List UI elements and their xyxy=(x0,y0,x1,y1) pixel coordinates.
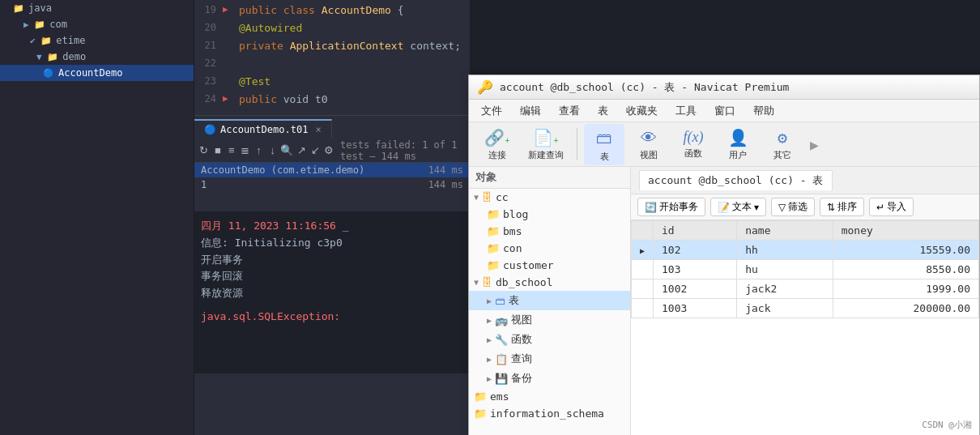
run-name: 1 xyxy=(201,179,207,190)
toolbar-view[interactable]: 👁 视图 xyxy=(628,126,669,164)
cell-money[interactable]: 8550.00 xyxy=(833,260,978,279)
table-row[interactable]: 1002 jack2 1999.00 xyxy=(632,279,979,299)
text-label: 文本 xyxy=(732,200,752,214)
sidebar-item-java[interactable]: 📁 java xyxy=(0,0,194,16)
code-line-21: 21 private ApplicationContext context; xyxy=(194,40,470,58)
tree-item-info-schema[interactable]: 📁 information_schema xyxy=(469,405,630,422)
cell-name[interactable]: jack2 xyxy=(737,279,833,299)
test-status: tests failed: 1 of 1 test – 144 ms xyxy=(340,139,466,162)
col-header-name[interactable]: name xyxy=(737,221,833,241)
table-row[interactable]: 1003 jack 200000.00 xyxy=(632,299,979,318)
menu-window[interactable]: 窗口 xyxy=(706,101,744,121)
cell-id[interactable]: 1003 xyxy=(654,299,737,318)
view-icon: 🚌 xyxy=(495,314,508,326)
data-panel-tab[interactable]: account @db_school (cc) - 表 xyxy=(639,170,833,190)
cell-id[interactable]: 102 xyxy=(654,241,737,260)
log-action-1: 开启事务 xyxy=(201,252,463,269)
menu-table[interactable]: 表 xyxy=(590,101,616,121)
test-toolbar: ↻ ■ ≡ ≣ ↑ ↓ 🔍 ↗ ↙ ⚙ tests failed: 1 of 1… xyxy=(194,139,470,163)
menu-help[interactable]: 帮助 xyxy=(745,101,782,121)
tree-item-query[interactable]: ▶ 📋 查询 xyxy=(469,349,630,369)
db-icon: 📁 xyxy=(474,407,487,420)
cell-name[interactable]: hh xyxy=(737,241,833,260)
menu-view[interactable]: 查看 xyxy=(551,101,588,121)
file-icon: 🔵 xyxy=(43,68,54,79)
menu-tools[interactable]: 工具 xyxy=(667,101,705,121)
tab-accountdemo[interactable]: 🔵 AccountDemo.t01 × xyxy=(194,119,332,139)
tree-section-header: 对象 xyxy=(469,167,630,189)
toolbar-function[interactable]: f(x) 函数 xyxy=(673,126,714,162)
settings-button[interactable]: ⚙ xyxy=(323,143,334,159)
sort2-button[interactable]: ≣ xyxy=(240,143,251,159)
tree-item-cc[interactable]: ▼ 🗄 cc xyxy=(469,189,630,206)
tree-label-table: 表 xyxy=(509,293,519,308)
filter-button[interactable]: ▽ 筛选 xyxy=(771,198,815,216)
cell-money[interactable]: 15559.00 xyxy=(833,241,978,260)
tree-label-view: 视图 xyxy=(511,313,532,327)
close-icon[interactable]: × xyxy=(315,124,321,135)
up-button[interactable]: ↑ xyxy=(254,143,265,159)
log-action-text-2: 事务回滚 xyxy=(201,270,243,282)
table-row[interactable]: ▶ 102 hh 15559.00 xyxy=(632,241,979,260)
sort-button[interactable]: ≡ xyxy=(226,143,237,159)
toolbar-new-query[interactable]: 📄+ 新建查询 xyxy=(522,126,570,164)
tree-item-view[interactable]: ▶ 🚌 视图 xyxy=(469,310,630,330)
cell-money[interactable]: 1999.00 xyxy=(833,279,978,299)
cell-id[interactable]: 103 xyxy=(654,260,737,279)
tree-label-ems: ems xyxy=(490,390,509,403)
sidebar-item-label: AccountDemo xyxy=(58,67,122,79)
stop-button[interactable]: ■ xyxy=(212,143,224,159)
sidebar-item-com[interactable]: ▶ 📁 com xyxy=(0,16,194,32)
down-button[interactable]: ↓ xyxy=(266,143,278,159)
tree-item-db-school[interactable]: ▼ 🗄 db_school xyxy=(469,274,630,291)
sidebar-item-accountdemo[interactable]: 🔵 AccountDemo xyxy=(0,65,194,81)
bottom-panel: 🔵 AccountDemo.t01 × ↻ ■ ≡ ≣ ↑ ↓ 🔍 ↗ ↙ ⚙ … xyxy=(194,115,470,366)
transaction-icon: 🔄 xyxy=(645,202,657,213)
export-button[interactable]: ↗ xyxy=(296,143,307,159)
sidebar-item-demo[interactable]: ▼ 📁 demo xyxy=(0,49,194,65)
run-item-2[interactable]: 1 144 ms xyxy=(194,177,470,192)
menu-favorites[interactable]: 收藏夹 xyxy=(618,101,666,121)
expand-icon: ▶ xyxy=(487,374,492,383)
col-header-id[interactable]: id xyxy=(654,221,737,241)
tree-item-blog[interactable]: 📁 blog xyxy=(469,206,630,223)
folder-icon: 📁 xyxy=(487,208,500,220)
run-list: AccountDemo (com.etime.demo) 144 ms 1 14… xyxy=(194,163,470,211)
start-transaction-button[interactable]: 🔄 开始事务 xyxy=(637,198,705,216)
toolbar-table-label: 表 xyxy=(600,151,609,163)
tree-item-ems[interactable]: 📁 ems xyxy=(469,388,630,405)
toolbar-new-query-label: 新建查询 xyxy=(528,149,564,161)
tree-item-con[interactable]: 📁 con xyxy=(469,240,630,257)
text-button[interactable]: 📝 文本 ▾ xyxy=(710,198,766,216)
sort-label: 排序 xyxy=(837,200,857,214)
toolbar-table[interactable]: 🗃 表 xyxy=(584,124,624,165)
toolbar-other[interactable]: ⚙ 其它 xyxy=(762,126,803,164)
menu-edit[interactable]: 编辑 xyxy=(512,101,549,121)
tree-item-customer[interactable]: 📁 customer xyxy=(469,257,630,274)
tree-item-table[interactable]: ▶ 🗃 表 xyxy=(469,291,630,310)
expand-icon: ▶ xyxy=(487,316,492,325)
cell-name[interactable]: hu xyxy=(737,260,833,279)
table-row[interactable]: 103 hu 8550.00 xyxy=(632,260,979,279)
sidebar-item-etime[interactable]: ✔ 📁 etime xyxy=(0,32,194,49)
import-button[interactable]: ↵ 导入 xyxy=(869,198,914,216)
tree-item-backup[interactable]: ▶ 💾 备份 xyxy=(469,369,630,388)
run-item-1[interactable]: AccountDemo (com.etime.demo) 144 ms xyxy=(194,163,470,177)
rerun-button[interactable]: ↻ xyxy=(198,143,210,159)
toolbar-user[interactable]: 👤 用户 xyxy=(718,126,758,164)
tree-item-bms[interactable]: 📁 bms xyxy=(469,223,630,240)
toolbar-connect[interactable]: 🔗+ 连接 xyxy=(477,126,518,164)
folder-icon: ▼ 📁 xyxy=(36,52,58,62)
code-editor: 19 ▶ public class AccountDemo { 20 @Auto… xyxy=(194,0,470,435)
connect-icon: 🔗+ xyxy=(484,128,509,147)
tree-label-bms: bms xyxy=(503,225,522,237)
cell-name[interactable]: jack xyxy=(737,299,833,318)
cell-money[interactable]: 200000.00 xyxy=(833,299,978,318)
col-header-money[interactable]: money xyxy=(833,221,978,241)
search-button[interactable]: 🔍 xyxy=(280,143,293,159)
import-button[interactable]: ↙ xyxy=(309,143,321,159)
menu-file[interactable]: 文件 xyxy=(473,101,510,121)
tree-item-function[interactable]: ▶ 🔧 函数 xyxy=(469,330,630,349)
sort-button[interactable]: ⇅ 排序 xyxy=(820,198,864,216)
cell-id[interactable]: 1002 xyxy=(654,279,737,299)
